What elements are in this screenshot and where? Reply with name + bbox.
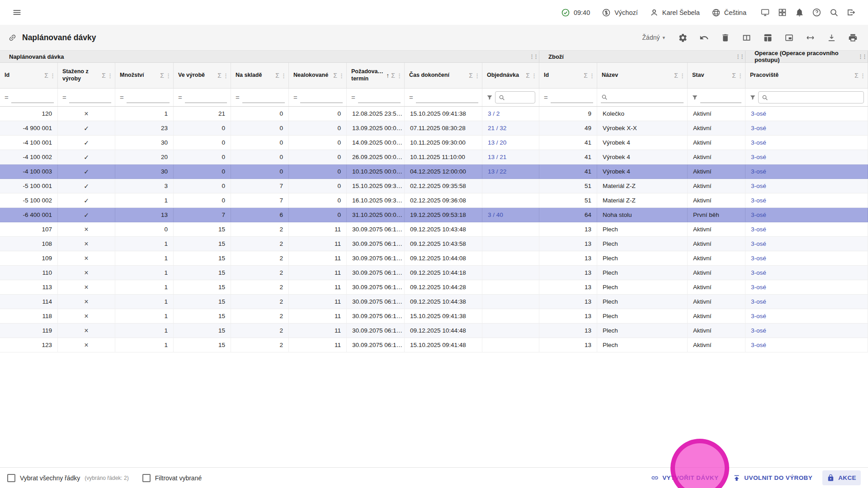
objednavka-link[interactable]: 3 / 2 [488, 110, 500, 117]
release-to-production-button[interactable]: UVOLNIT DO VÝROBY [728, 470, 817, 485]
table-row[interactable]: 109×11521130.09.2075 06:1…09.12.2025 10:… [0, 251, 868, 266]
column-header-zbozi_id[interactable]: IdΣ⋮ [539, 63, 597, 88]
table-row[interactable]: -6 400 001✓1376031.10.2025 00:0…19.12.20… [0, 208, 868, 222]
filter-input-ve_vyrobe[interactable] [185, 94, 227, 101]
help-button[interactable] [810, 5, 824, 19]
aggregate-sigma-icon[interactable]: Σ [217, 72, 222, 79]
menu-button[interactable] [10, 5, 24, 19]
search-button[interactable] [827, 5, 841, 19]
pracoviste-link[interactable]: 3-osé [751, 168, 766, 175]
filter-input-cas_dokonceni[interactable] [416, 94, 478, 101]
column-header-pracoviste[interactable]: PracovištěΣ⋮ [745, 63, 868, 88]
filter-input-stav[interactable] [700, 94, 741, 101]
table-row[interactable]: 114×11521130.09.2075 06:1…09.12.2025 10:… [0, 295, 868, 309]
filter-funnel-button[interactable] [486, 94, 493, 101]
group-drag-handle-icon[interactable]: ⋮⋮ [734, 54, 745, 60]
select-all-checkbox[interactable] [7, 474, 15, 482]
equals-operator-icon[interactable]: = [61, 94, 67, 101]
notifications-button[interactable] [793, 5, 807, 19]
aggregate-sigma-icon[interactable]: Σ [43, 72, 49, 79]
objednavka-link[interactable]: 13 / 22 [488, 168, 506, 175]
equals-operator-icon[interactable]: = [235, 94, 241, 101]
column-header-na_sklade[interactable]: Na skladěΣ⋮ [231, 63, 289, 88]
aggregate-sigma-icon[interactable]: Σ [274, 72, 280, 79]
pracoviste-link[interactable]: 3-osé [751, 269, 766, 276]
pracoviste-link[interactable]: 3-osé [751, 125, 766, 131]
pracoviste-link[interactable]: 3-osé [751, 255, 766, 262]
aggregate-sigma-icon[interactable]: Σ [159, 72, 165, 79]
table-row[interactable]: 119×11521130.09.2075 06:1…09.12.2025 10:… [0, 324, 868, 338]
table-row[interactable]: -5 100 002✓107016.10.2025 09:3…02.12.202… [0, 193, 868, 208]
user-menu[interactable]: Karel Šebela [650, 8, 700, 17]
table-row[interactable]: 123×11521130.09.2075 06:1…15.10.2025 09:… [0, 338, 868, 352]
delete-button[interactable] [718, 31, 732, 45]
reset-button[interactable] [697, 31, 711, 45]
table-row[interactable]: 118×11521130.09.2075 06:1…15.10.2025 09:… [0, 309, 868, 324]
aggregate-sigma-icon[interactable]: Σ [468, 72, 474, 79]
column-header-stav[interactable]: StavΣ⋮ [688, 63, 745, 88]
table-row[interactable]: -4 100 001✓3000014.09.2025 00:0…10.11.20… [0, 136, 868, 150]
table-row[interactable]: 107×01521130.09.2075 06:1…09.12.2025 10:… [0, 222, 868, 237]
filter-input-pozadovany_termin[interactable] [358, 94, 401, 101]
column-menu-icon[interactable]: ⋮ [339, 72, 344, 79]
pracoviste-link[interactable]: 3-osé [751, 154, 766, 160]
column-menu-icon[interactable]: ⋮ [679, 72, 685, 79]
settings-button[interactable] [676, 31, 690, 45]
download-button[interactable] [825, 31, 839, 45]
column-header-mnozstvi[interactable]: MnožstvíΣ⋮ [115, 63, 174, 88]
equals-operator-icon[interactable]: = [292, 94, 298, 101]
fit-width-button[interactable] [803, 31, 817, 45]
aggregate-sigma-icon[interactable]: Σ [390, 72, 396, 79]
group-drag-handle-icon[interactable]: ⋮⋮ [528, 54, 539, 60]
column-menu-icon[interactable]: ⋮ [737, 72, 743, 79]
table-row[interactable]: 108×11521130.09.2075 06:1…09.12.2025 10:… [0, 237, 868, 251]
objednavka-link[interactable]: 3 / 40 [488, 211, 503, 218]
filter-funnel-button[interactable] [749, 94, 756, 101]
column-menu-icon[interactable]: ⋮ [165, 72, 171, 79]
aggregate-sigma-icon[interactable]: Σ [731, 72, 737, 79]
pracoviste-link[interactable]: 3-osé [751, 139, 766, 146]
column-menu-icon[interactable]: ⋮ [589, 72, 595, 79]
equals-operator-icon[interactable]: = [543, 94, 549, 101]
pracoviste-link[interactable]: 3-osé [751, 284, 766, 291]
create-batches-button[interactable]: VYTVOŘIT DÁVKY [646, 470, 723, 485]
filter-input-mnozstvi[interactable] [127, 94, 170, 101]
pracoviste-link[interactable]: 3-osé [751, 240, 766, 247]
column-header-stazeno[interactable]: Staženo z výrobyΣ⋮ [58, 63, 115, 88]
table-row[interactable]: -4 900 001✓2300013.09.2025 00:0…07.11.20… [0, 121, 868, 136]
pivot-table-button[interactable] [761, 31, 775, 45]
column-header-pozadovany_termin[interactable]: Požadova… termín↑Σ⋮ [347, 63, 405, 88]
column-header-ve_vyrobe[interactable]: Ve výroběΣ⋮ [174, 63, 231, 88]
column-menu-icon[interactable]: ⋮ [531, 72, 537, 79]
panel-button[interactable] [782, 31, 796, 45]
table-row[interactable]: -4 100 002✓2000026.09.2025 00:0…10.11.20… [0, 150, 868, 164]
view-preset-select[interactable]: Žádný ▾ [642, 34, 665, 41]
column-menu-icon[interactable]: ⋮ [223, 72, 229, 79]
aggregate-sigma-icon[interactable]: Σ [101, 72, 107, 79]
sync-status[interactable]: 09:40 [561, 8, 590, 17]
column-header-objednavka[interactable]: ObjednávkaΣ⋮ [482, 63, 539, 88]
filter-input-objednavka[interactable] [507, 94, 532, 101]
filter-input-nealokovane[interactable] [300, 94, 343, 101]
pracoviste-link[interactable]: 3-osé [751, 197, 766, 204]
column-menu-icon[interactable]: ⋮ [107, 72, 113, 79]
filter-input-na_sklade[interactable] [242, 94, 285, 101]
profile-selector[interactable]: Výchozí [602, 8, 638, 17]
objednavka-link[interactable]: 13 / 21 [488, 154, 506, 160]
column-header-id[interactable]: IdΣ⋮ [0, 63, 58, 88]
pracoviste-link[interactable]: 3-osé [751, 327, 766, 334]
actions-button[interactable]: AKCE [822, 470, 861, 485]
print-button[interactable] [846, 31, 860, 45]
filter-input-stazeno[interactable] [69, 94, 111, 101]
display-button[interactable] [758, 5, 772, 19]
language-selector[interactable]: Čeština [712, 8, 746, 17]
pracoviste-link[interactable]: 3-osé [751, 298, 766, 305]
split-columns-button[interactable] [740, 31, 754, 45]
aggregate-sigma-icon[interactable]: Σ [854, 72, 859, 79]
group-drag-handle-icon[interactable]: ⋮⋮ [857, 54, 868, 60]
table-row[interactable]: -4 100 003✓3000010.10.2025 00:0…04.12.20… [0, 164, 868, 179]
equals-operator-icon[interactable]: = [350, 94, 356, 101]
column-menu-icon[interactable]: ⋮ [281, 72, 287, 79]
pracoviste-link[interactable]: 3-osé [751, 342, 766, 348]
pracoviste-link[interactable]: 3-osé [751, 110, 766, 117]
